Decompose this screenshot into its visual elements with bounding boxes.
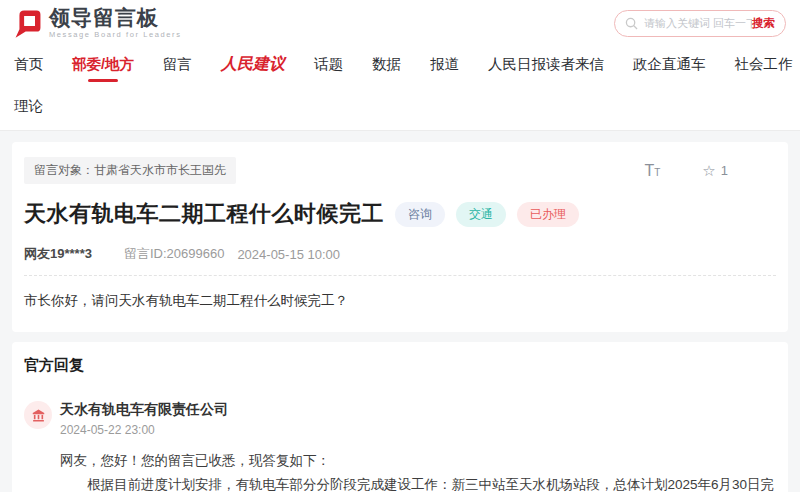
nav-row-1: 首页 部委/地方 留言 人民建议 话题 数据 报道 人民日报读者来信 政企直通车… bbox=[14, 48, 786, 81]
reply-date: 2024-05-22 23:00 bbox=[60, 423, 228, 437]
reply-org-name: 天水有轨电车有限责任公司 bbox=[60, 401, 228, 419]
nav-item-topics[interactable]: 话题 bbox=[314, 49, 343, 80]
nav-row-2: 理论 bbox=[14, 91, 786, 122]
tag-2: 已办理 bbox=[517, 202, 579, 227]
divider bbox=[24, 275, 776, 276]
nav-item-home[interactable]: 首页 bbox=[14, 49, 43, 80]
site-logo[interactable]: 领导留言板 Message Board for Leaders bbox=[14, 7, 182, 39]
star-count: 1 bbox=[721, 163, 728, 178]
logo-icon bbox=[14, 8, 42, 38]
logo-title: 领导留言板 bbox=[49, 7, 182, 28]
message-title: 天水有轨电车二期工程什么时候完工 bbox=[24, 199, 384, 229]
reply-paragraph-2: 根据目前进度计划安排，有轨电车部分分阶段完成建设工作：新三中站至天水机场站段，总… bbox=[60, 473, 776, 492]
tag-0: 咨询 bbox=[395, 202, 445, 227]
message-date: 2024-05-15 10:00 bbox=[237, 247, 340, 262]
reply-body: 网友，您好！您的留言已收悉，现答复如下： 根据目前进度计划安排，有轨电车部分分阶… bbox=[60, 449, 776, 492]
reply-paragraph-1: 网友，您好！您的留言已收悉，现答复如下： bbox=[60, 449, 776, 473]
nav-item-reports[interactable]: 报道 bbox=[430, 49, 459, 80]
content-area: 留言对象：甘肃省天水市市长王国先 TT ☆ 1 天水有轨电车二期工程什么时候完工… bbox=[0, 131, 800, 492]
nav-item-theory[interactable]: 理论 bbox=[14, 91, 43, 122]
message-body: 市长你好，请问天水有轨电车二期工程什么时候完工？ bbox=[24, 292, 776, 310]
search-icon bbox=[625, 17, 638, 30]
nav-item-gov-biz-line[interactable]: 政企直通车 bbox=[633, 49, 706, 80]
message-id: 留言ID:20699660 bbox=[124, 245, 224, 263]
logo-subtitle: Message Board for Leaders bbox=[49, 31, 182, 39]
government-building-icon bbox=[31, 408, 46, 423]
nav-item-social-work[interactable]: 社会工作 bbox=[735, 49, 793, 80]
nav-item-data[interactable]: 数据 bbox=[372, 49, 401, 80]
font-size-tool[interactable]: TT bbox=[644, 162, 660, 180]
message-card: 留言对象：甘肃省天水市市长王国先 TT ☆ 1 天水有轨电车二期工程什么时候完工… bbox=[12, 142, 788, 332]
nav-item-messages[interactable]: 留言 bbox=[163, 49, 192, 80]
main-nav: 首页 部委/地方 留言 人民建议 话题 数据 报道 人民日报读者来信 政企直通车… bbox=[0, 46, 800, 131]
official-reply-card: 官方回复 天水有轨电车有限责任公司 2024-05-22 23:00 网友，您好… bbox=[12, 342, 788, 492]
star-icon: ☆ bbox=[702, 162, 715, 180]
message-author: 网友19****3 bbox=[24, 245, 92, 263]
header: 领导留言板 Message Board for Leaders 搜索 bbox=[0, 0, 800, 46]
org-avatar bbox=[24, 401, 52, 429]
message-target-tag: 留言对象：甘肃省天水市市长王国先 bbox=[24, 157, 236, 184]
nav-item-ministries-local[interactable]: 部委/地方 bbox=[72, 49, 134, 80]
tag-1: 交通 bbox=[456, 202, 506, 227]
search-button[interactable]: 搜索 bbox=[752, 16, 775, 31]
nav-item-peoples-suggestions[interactable]: 人民建议 bbox=[221, 48, 285, 81]
favorite-button[interactable]: ☆ 1 bbox=[702, 162, 728, 180]
reply-section-title: 官方回复 bbox=[24, 356, 776, 375]
search-box[interactable]: 搜索 bbox=[614, 10, 786, 37]
search-input[interactable] bbox=[644, 17, 752, 29]
nav-item-reader-letters[interactable]: 人民日报读者来信 bbox=[488, 49, 604, 80]
